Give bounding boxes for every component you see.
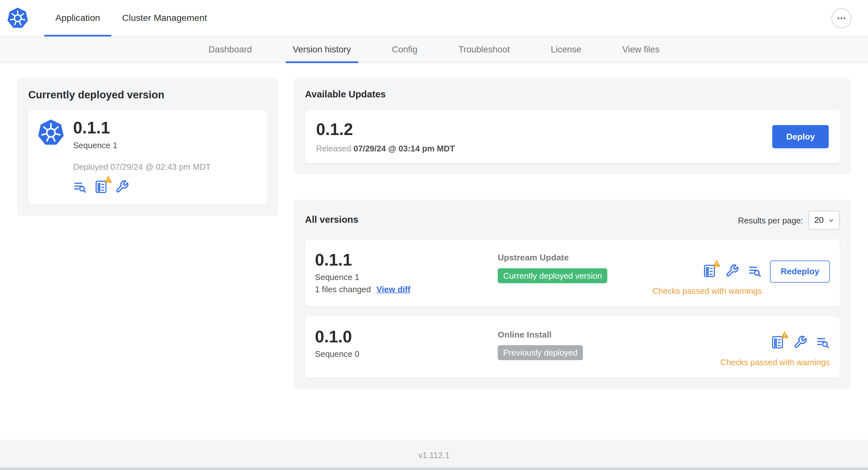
view-diff-link[interactable]: View diff [376,284,410,294]
subnav-tab-license[interactable]: License [530,37,601,63]
kubernetes-app-icon [37,119,65,149]
results-per-page-value: 20 [814,215,824,225]
all-versions-title: All versions [305,215,359,226]
update-version-number: 0.1.2 [316,120,455,139]
currently-deployed-version-card: 0.1.1 Sequence 1 Deployed 07/29/24 @ 02:… [28,110,267,204]
preflight-checks-icon[interactable] [703,264,716,278]
row-files-changed: 1 files changed [315,284,371,294]
subnav-tab-license-label: License [551,45,581,55]
header-tabs: Application Cluster Management [44,0,218,36]
subnav-tab-config-label: Config [392,45,417,55]
overflow-menu-button[interactable] [831,8,851,28]
subnav-tab-dashboard-label: Dashboard [209,45,252,55]
row-sequence: Sequence 1 [315,272,498,281]
preflight-checks-icon[interactable] [771,335,784,349]
release-notes-icon[interactable] [816,335,830,349]
tab-application-label: Application [55,13,100,24]
released-label: Released [316,144,351,153]
deploy-button[interactable]: Deploy [772,125,829,148]
row-icons [703,264,762,278]
tab-cluster-management-label: Cluster Management [122,13,207,24]
available-update-row: 0.1.2 Released 07/29/24 @ 03:14 pm MDT D… [305,110,840,163]
right-column: Available Updates 0.1.2 Released 07/29/2… [294,78,851,389]
deployed-version-icons [73,179,258,193]
preflight-status-text: Checks passed with warnings [652,286,762,296]
warning-icon [104,175,112,183]
deployed-timestamp: Deployed 07/29/24 @ 02:43 pm MDT [73,162,258,171]
row-version-number: 0.1.0 [315,328,498,346]
edit-config-icon[interactable] [725,264,739,278]
redeploy-button[interactable]: Redeploy [770,260,830,282]
subnav-tab-troubleshoot-label: Troubleshoot [459,45,510,55]
release-notes-icon[interactable] [73,179,87,193]
subnav-tab-version-history[interactable]: Version history [272,37,371,63]
subnav-tab-config[interactable]: Config [371,37,438,63]
subnav-tab-dashboard[interactable]: Dashboard [188,37,272,63]
subnav-tab-view-files-label: View files [622,45,659,55]
all-versions-card: All versions Results per page: 20 0.1.1 … [294,200,851,389]
row-source: Upstream Update [498,253,652,263]
edit-config-icon[interactable] [793,335,807,349]
results-per-page-label: Results per page: [738,215,803,225]
preflight-status-text: Checks passed with warnings [720,358,830,367]
app-footer: v1.112.1 [0,440,868,470]
available-updates-card: Available Updates 0.1.2 Released 07/29/2… [294,78,851,174]
warning-icon [780,331,789,338]
deployed-version-number: 0.1.1 [73,119,117,136]
main-content: Currently deployed version 0.1.1 [0,63,868,389]
release-notes-icon[interactable] [748,264,762,278]
tab-cluster-management[interactable]: Cluster Management [111,0,218,36]
console-version: v1.112.1 [418,450,450,460]
warning-icon [713,260,721,267]
row-icons [771,335,830,349]
app-subnav: Dashboard Version history Config Trouble… [0,37,868,63]
update-released-timestamp: Released 07/29/24 @ 03:14 pm MDT [316,144,455,153]
currently-deployed-card: Currently deployed version 0.1.1 [17,78,278,216]
row-sequence: Sequence 0 [315,349,498,359]
tab-application[interactable]: Application [44,0,111,36]
edit-config-icon[interactable] [115,179,129,193]
chevron-down-icon [828,217,835,224]
row-source: Online Install [498,330,720,340]
header-right [831,0,868,36]
deployed-sequence: Sequence 1 [73,140,117,149]
subnav-tab-version-history-label: Version history [293,45,351,55]
deployment-status-badge: Currently deployed version [498,268,608,283]
subnav-tab-view-files[interactable]: View files [602,37,680,63]
results-per-page-select[interactable]: 20 [808,211,840,230]
deployment-status-badge: Previously deployed [498,345,583,360]
preflight-checks-icon[interactable] [94,179,108,193]
available-updates-title: Available Updates [305,89,840,100]
results-per-page: Results per page: 20 [738,211,840,230]
version-row: 0.1.1 Sequence 1 1 files changed View di… [305,239,840,306]
top-header: Application Cluster Management [0,0,868,37]
kubernetes-logo-icon [0,0,34,36]
version-row: 0.1.0 Sequence 0 Online Install Previous… [305,316,840,378]
app-viewport: Application Cluster Management Dashboard… [0,0,868,470]
subnav-tab-troubleshoot[interactable]: Troubleshoot [438,37,530,63]
row-version-number: 0.1.1 [315,250,498,269]
bottom-edge [0,467,868,470]
currently-deployed-title: Currently deployed version [28,89,267,101]
released-date: 07/29/24 @ 03:14 pm MDT [353,144,455,153]
ellipsis-icon [836,12,848,24]
